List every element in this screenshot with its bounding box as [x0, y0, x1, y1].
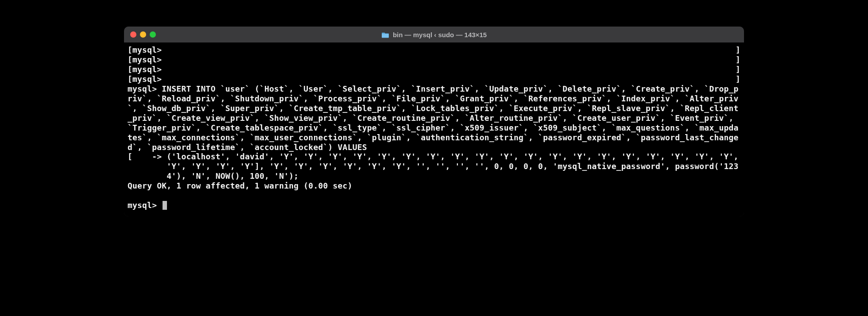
blank-line — [128, 191, 740, 200]
terminal-output[interactable]: [mysql>][mysql>][mysql>][mysql>] mysql> … — [124, 42, 744, 216]
window-title: bin — mysql ‹ sudo — 143×15 — [393, 31, 487, 39]
sql-continuation: [ -> ('localhost', 'david', 'Y', 'Y', 'Y… — [128, 152, 740, 181]
empty-prompt: [mysql>] — [128, 55, 740, 65]
close-button[interactable] — [130, 31, 136, 38]
empty-prompt: [mysql>] — [128, 45, 740, 55]
query-result: Query OK, 1 row affected, 1 warning (0.0… — [128, 181, 740, 191]
window-title-container: bin — mysql ‹ sudo — 143×15 — [124, 31, 744, 39]
cursor — [163, 201, 167, 210]
titlebar[interactable]: bin — mysql ‹ sudo — 143×15 — [124, 27, 744, 42]
empty-prompt: [mysql>] — [128, 74, 740, 84]
traffic-lights — [130, 31, 156, 38]
sql-statement: mysql> INSERT INTO `user` (`Host`, `User… — [128, 84, 740, 152]
folder-icon — [381, 31, 389, 38]
zoom-button[interactable] — [150, 31, 156, 38]
current-prompt: mysql> — [128, 200, 740, 210]
empty-prompt: [mysql>] — [128, 65, 740, 74]
minimize-button[interactable] — [140, 31, 146, 38]
terminal-window: bin — mysql ‹ sudo — 143×15 [mysql>][mys… — [124, 27, 744, 216]
